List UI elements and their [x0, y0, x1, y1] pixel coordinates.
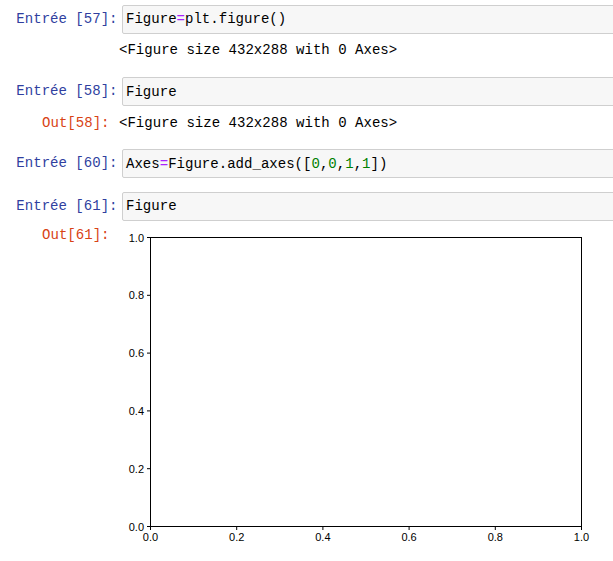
- svg-text:0.4: 0.4: [129, 405, 144, 417]
- svg-text:0.0: 0.0: [129, 521, 144, 533]
- svg-text:0.8: 0.8: [129, 289, 144, 301]
- svg-text:0.0: 0.0: [143, 531, 158, 543]
- svg-text:0.4: 0.4: [315, 531, 330, 543]
- svg-text:1.0: 1.0: [129, 232, 144, 244]
- svg-text:0.2: 0.2: [129, 463, 144, 475]
- svg-text:0.2: 0.2: [229, 531, 244, 543]
- svg-text:0.8: 0.8: [488, 531, 503, 543]
- svg-text:0.6: 0.6: [401, 531, 416, 543]
- svg-text:0.6: 0.6: [129, 347, 144, 359]
- svg-text:1.0: 1.0: [574, 531, 589, 543]
